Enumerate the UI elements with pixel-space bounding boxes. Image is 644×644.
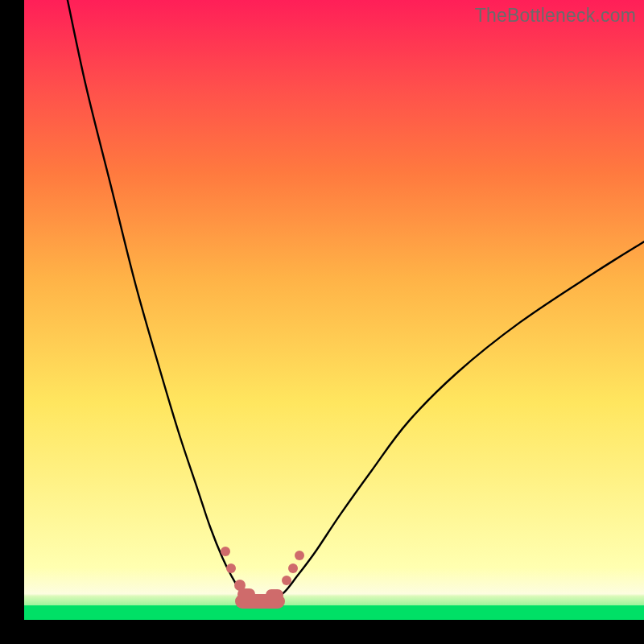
curve-right-branch xyxy=(272,242,644,601)
chart-frame: TheBottleneck.com xyxy=(0,0,644,644)
valley-bead xyxy=(295,551,304,560)
plot-area: TheBottleneck.com xyxy=(24,0,644,620)
watermark-text: TheBottleneck.com xyxy=(475,5,636,27)
curve-left-branch xyxy=(68,0,250,601)
bottleneck-curve xyxy=(24,0,644,620)
valley-bead xyxy=(266,589,283,601)
